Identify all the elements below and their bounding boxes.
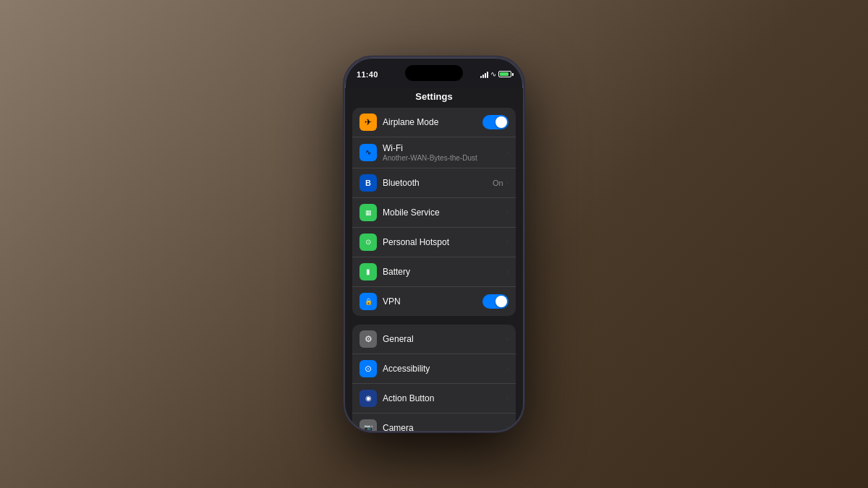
accessibility-row[interactable]: ⊙ Accessibility ›	[352, 354, 516, 384]
wifi-label: Wi-Fi	[383, 143, 506, 153]
vpn-toggle[interactable]	[482, 294, 509, 309]
page-title: Settings	[345, 88, 523, 108]
battery-status-icon	[498, 71, 511, 77]
wifi-chevron-icon: ›	[506, 148, 509, 156]
signal-bars-icon	[480, 71, 488, 78]
vpn-icon: 🔒	[359, 293, 377, 310]
action-button-label: Action Button	[383, 393, 506, 403]
phone-wrapper: 11:40 ∿ Settings ✈	[344, 56, 524, 432]
battery-label: Battery	[383, 267, 506, 277]
bluetooth-icon: B	[359, 174, 377, 192]
wifi-row[interactable]: ∿ Wi-Fi Another-WAN-Bytes-the-Dust ›	[352, 137, 516, 168]
bluetooth-value: On	[493, 179, 503, 187]
vpn-label: VPN	[383, 296, 482, 307]
vpn-row[interactable]: 🔒 VPN	[352, 287, 516, 316]
camera-chevron-icon: ›	[506, 424, 509, 431]
accessibility-label: Accessibility	[383, 364, 506, 374]
bluetooth-chevron-icon: ›	[506, 179, 509, 187]
general-row[interactable]: ⚙ General ›	[352, 325, 516, 354]
status-time: 11:40	[357, 70, 378, 79]
general-icon: ⚙	[359, 330, 377, 348]
bluetooth-row[interactable]: B Bluetooth On ›	[352, 168, 516, 198]
mobile-service-row[interactable]: ▦ Mobile Service ›	[352, 198, 516, 228]
dynamic-island	[405, 65, 463, 81]
battery-row[interactable]: ▮ Battery ›	[352, 257, 516, 287]
action-button-row[interactable]: ◉ Action Button ›	[352, 384, 516, 414]
action-button-chevron-icon: ›	[506, 394, 509, 402]
status-icons: ∿	[480, 70, 511, 78]
battery-icon: ▮	[359, 263, 377, 281]
camera-label: Camera	[383, 423, 506, 431]
personal-hotspot-row[interactable]: ⊙ Personal Hotspot ›	[352, 228, 516, 257]
personal-hotspot-label: Personal Hotspot	[383, 237, 506, 247]
phone: 11:40 ∿ Settings ✈	[344, 56, 524, 432]
wifi-network-name: Another-WAN-Bytes-the-Dust	[383, 154, 506, 162]
general-label: General	[383, 334, 506, 344]
connectivity-group: ✈ Airplane Mode ∿ Wi-Fi Another-WAN-Byt	[352, 108, 516, 316]
wifi-status-icon: ∿	[490, 70, 496, 78]
bluetooth-label: Bluetooth	[383, 178, 493, 188]
camera-icon: 📷	[359, 419, 377, 431]
airplane-mode-icon: ✈	[359, 114, 377, 131]
airplane-mode-row[interactable]: ✈ Airplane Mode	[352, 108, 516, 137]
general-chevron-icon: ›	[506, 335, 509, 343]
battery-chevron-icon: ›	[506, 267, 509, 275]
mobile-service-label: Mobile Service	[383, 207, 506, 218]
airplane-mode-label: Airplane Mode	[383, 117, 482, 127]
system-group: ⚙ General › ⊙ Accessibility ›	[352, 325, 516, 431]
accessibility-icon: ⊙	[359, 360, 377, 377]
action-button-icon: ◉	[359, 390, 377, 407]
settings-screen[interactable]: Settings ✈ Airplane Mode ∿	[345, 88, 523, 431]
mobile-service-icon: ▦	[359, 204, 377, 221]
wifi-icon: ∿	[359, 144, 377, 161]
mobile-service-chevron-icon: ›	[506, 208, 509, 216]
accessibility-chevron-icon: ›	[506, 364, 509, 372]
personal-hotspot-icon: ⊙	[359, 234, 377, 251]
airplane-mode-toggle[interactable]	[482, 115, 509, 129]
camera-row[interactable]: 📷 Camera ›	[352, 414, 516, 431]
personal-hotspot-chevron-icon: ›	[506, 238, 509, 246]
